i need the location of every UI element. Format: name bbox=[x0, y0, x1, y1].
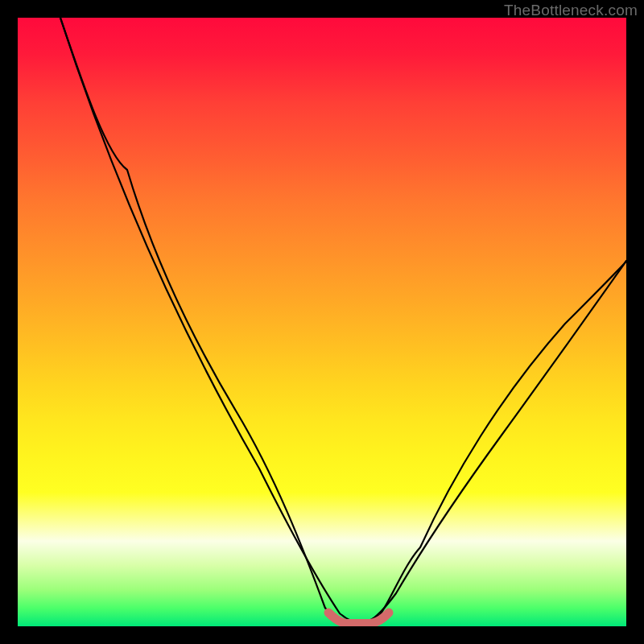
watermark-text: TheBottleneck.com bbox=[504, 2, 638, 19]
plot-area bbox=[18, 18, 626, 626]
bottleneck-black-curve-smooth bbox=[60, 18, 626, 623]
chart-container: TheBottleneck.com bbox=[0, 0, 644, 644]
bottleneck-black-curve bbox=[60, 18, 626, 624]
chart-svg bbox=[18, 18, 626, 626]
